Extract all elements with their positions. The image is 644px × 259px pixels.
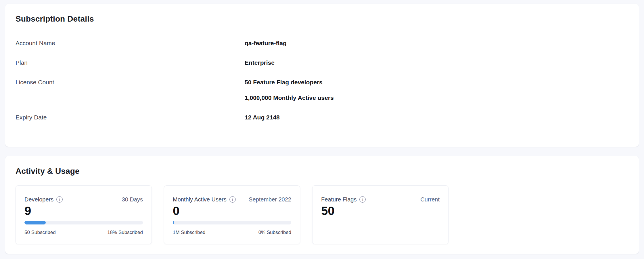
subscription-page: Subscription Details Account Name qa-fea… <box>0 0 644 259</box>
usage-card-label: Developers <box>24 196 53 203</box>
detail-row-expiry-date: Expiry Date 12 Aug 2148 <box>16 114 628 121</box>
activity-usage-title: Activity & Usage <box>16 166 628 176</box>
subscribed-percent-label: 18% Subscribed <box>107 230 143 235</box>
usage-cards-row: Developers i 30 Days 9 50 Subscribed 18%… <box>16 185 628 244</box>
usage-card-footer: 50 Subscribed 18% Subscribed <box>24 230 143 235</box>
subscription-details-card: Subscription Details Account Name qa-fea… <box>5 4 639 147</box>
info-icon[interactable]: i <box>359 196 366 203</box>
subscribed-percent-label: 0% Subscribed <box>258 230 291 235</box>
usage-card-feature-flags: Feature Flags i Current 50 <box>312 185 448 244</box>
detail-row-plan: Plan Enterprise <box>16 59 628 66</box>
usage-card-footer: 1M Subscribed 0% Subscribed <box>173 230 291 235</box>
detail-row-license-count: License Count 50 Feature Flag developers… <box>16 79 628 102</box>
detail-row-account-name: Account Name qa-feature-flag <box>16 39 628 47</box>
subscribed-count-label: 1M Subscribed <box>173 230 205 235</box>
detail-label: License Count <box>16 79 245 86</box>
activity-usage-card: Activity & Usage Developers i 30 Days 9 … <box>5 156 639 254</box>
info-icon[interactable]: i <box>56 196 63 203</box>
progress-bar-fill <box>24 221 46 224</box>
detail-label: Plan <box>16 59 245 66</box>
info-icon[interactable]: i <box>229 196 236 203</box>
usage-card-label: Feature Flags <box>321 196 356 203</box>
usage-card-title-wrap: Monthly Active Users i <box>173 196 236 203</box>
subscribed-count-label: 50 Subscribed <box>24 230 56 235</box>
usage-card-value: 50 <box>321 204 440 218</box>
usage-card-header: Developers i 30 Days <box>24 196 143 203</box>
detail-label: Account Name <box>16 39 245 47</box>
usage-card-developers: Developers i 30 Days 9 50 Subscribed 18%… <box>16 185 152 244</box>
detail-value: 12 Aug 2148 <box>245 114 280 121</box>
progress-bar <box>24 221 143 224</box>
usage-card-value: 0 <box>173 204 291 218</box>
license-count-developers: 50 Feature Flag developers <box>245 79 334 86</box>
progress-bar <box>173 221 291 224</box>
subscription-rows: Account Name qa-feature-flag Plan Enterp… <box>16 39 628 121</box>
usage-card-monthly-active-users: Monthly Active Users i September 2022 0 … <box>164 185 300 244</box>
detail-label: Expiry Date <box>16 114 245 121</box>
license-count-mau: 1,000,000 Monthly Active users <box>245 94 334 102</box>
usage-card-value: 9 <box>24 204 143 218</box>
subscription-details-title: Subscription Details <box>16 14 628 24</box>
detail-value: Enterprise <box>245 59 275 66</box>
usage-card-header: Monthly Active Users i September 2022 <box>173 196 291 203</box>
usage-card-header: Feature Flags i Current <box>321 196 440 203</box>
usage-card-period: Current <box>420 196 440 203</box>
usage-card-title-wrap: Feature Flags i <box>321 196 366 203</box>
usage-card-period: September 2022 <box>249 196 291 203</box>
usage-card-label: Monthly Active Users <box>173 196 227 203</box>
usage-card-title-wrap: Developers i <box>24 196 63 203</box>
detail-value: qa-feature-flag <box>245 39 287 47</box>
usage-card-period: 30 Days <box>122 196 143 203</box>
detail-value: 50 Feature Flag developers 1,000,000 Mon… <box>245 79 334 102</box>
progress-bar-fill <box>173 221 174 224</box>
